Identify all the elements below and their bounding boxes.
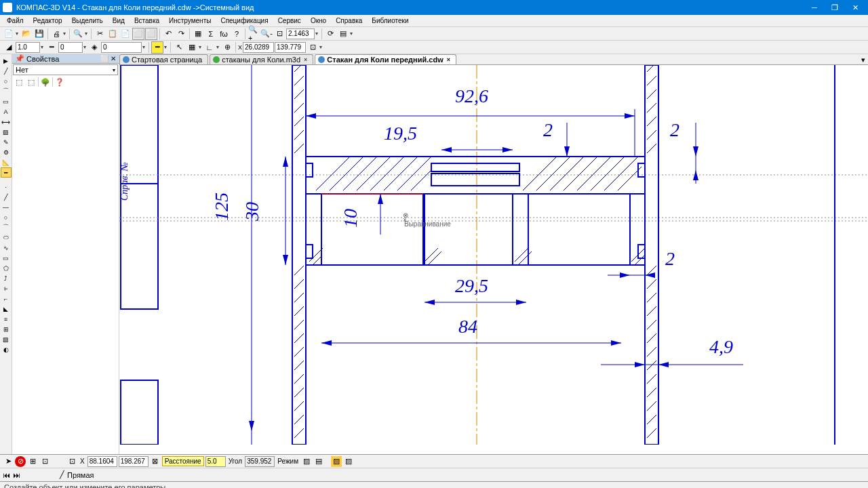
bp-btn4[interactable]: ⊡ bbox=[39, 456, 50, 467]
tool-text[interactable]: A bbox=[1, 106, 12, 117]
menu-window[interactable]: Окно bbox=[307, 16, 330, 25]
tool-line[interactable]: ╱ bbox=[1, 66, 12, 76]
tool-curve[interactable]: ⤴ bbox=[1, 273, 12, 283]
menu-insert[interactable]: Вставка bbox=[130, 16, 163, 25]
mode-btn3[interactable]: ▨ bbox=[331, 456, 342, 467]
linetype-button[interactable]: ━ bbox=[45, 41, 58, 54]
tool-arc[interactable]: ⌒ bbox=[1, 86, 12, 96]
osnap-button[interactable]: ⊕ bbox=[221, 41, 233, 54]
bp-btn3[interactable]: ⊞ bbox=[27, 456, 38, 467]
tool-arc2[interactable]: ⌒ bbox=[1, 222, 12, 232]
tool-construction-active[interactable]: ━ bbox=[1, 167, 12, 178]
stop-button[interactable]: ⊘ bbox=[15, 456, 26, 467]
prop-tool-2[interactable]: ⬚ bbox=[26, 77, 37, 87]
tool-hatch[interactable]: ▨ bbox=[1, 127, 12, 137]
tb-var[interactable]: Σ bbox=[205, 28, 217, 40]
layer-button[interactable]: ◈ bbox=[88, 41, 100, 54]
tool-collect[interactable]: ⊞ bbox=[1, 324, 12, 334]
drawing-canvas[interactable]: Справ. № bbox=[119, 65, 868, 454]
tool-equid[interactable]: ≡ bbox=[1, 314, 12, 324]
zoom-input[interactable] bbox=[286, 28, 315, 39]
close-button[interactable]: ✕ bbox=[845, 0, 865, 15]
properties-combo[interactable]: Нет ▾ bbox=[13, 64, 118, 75]
highlight-button[interactable]: ━ bbox=[151, 41, 163, 54]
copy-button[interactable]: 📋 bbox=[106, 28, 119, 40]
menu-edit[interactable]: Редактор bbox=[29, 16, 66, 25]
tool-rect2[interactable]: ▭ bbox=[1, 253, 12, 263]
redo-button[interactable]: ↷ bbox=[175, 28, 187, 40]
paste-button[interactable]: 📄 bbox=[119, 28, 132, 40]
tool-spline[interactable]: ∿ bbox=[1, 243, 12, 253]
tb-grid[interactable]: ▦ bbox=[192, 28, 204, 40]
properties-button[interactable]: ⬜ bbox=[132, 28, 144, 40]
dist-toggle[interactable]: ⊠ bbox=[150, 456, 161, 467]
tab-start[interactable]: Стартовая страница bbox=[119, 54, 208, 64]
style-button[interactable]: ◢ bbox=[3, 41, 15, 54]
mode-btn1[interactable]: ▨ bbox=[301, 456, 312, 467]
properties-close[interactable]: ⬜ ✕ bbox=[100, 55, 116, 62]
coord-toggle[interactable]: ⊡ bbox=[66, 456, 77, 467]
tab-close-icon[interactable]: × bbox=[447, 56, 450, 63]
zoom-fit-button[interactable]: ⊡ bbox=[273, 28, 285, 40]
coord-lock-button[interactable]: ⊡ bbox=[307, 41, 319, 54]
menu-select[interactable]: Выделить bbox=[68, 16, 107, 25]
prop-tool-4[interactable]: ❓ bbox=[54, 77, 65, 87]
linewidth-input[interactable] bbox=[16, 42, 40, 53]
tool-param[interactable]: ⚙ bbox=[1, 147, 12, 157]
menu-help[interactable]: Справка bbox=[332, 16, 366, 25]
zoom-out-button[interactable]: 🔍- bbox=[260, 28, 273, 40]
ortho-button[interactable]: ∟ bbox=[203, 41, 216, 54]
ok-button[interactable]: ➤ bbox=[3, 456, 14, 467]
tool-dim[interactable]: ⟷ bbox=[1, 117, 12, 127]
tool-circle2[interactable]: ○ bbox=[1, 212, 12, 222]
prop-tool-3[interactable]: 🌳 bbox=[40, 77, 51, 87]
preview-button[interactable]: 🔍 bbox=[72, 28, 84, 40]
bottom-x-input[interactable] bbox=[87, 456, 117, 467]
refresh-button[interactable]: ⟳ bbox=[324, 28, 336, 40]
tab-close-icon[interactable]: × bbox=[304, 56, 307, 63]
menu-tools[interactable]: Инструменты bbox=[165, 16, 215, 25]
save-button[interactable]: 💾 bbox=[33, 28, 45, 40]
tab-dropdown[interactable]: ▾ bbox=[859, 56, 868, 64]
prop-tool-1[interactable]: ⬚ bbox=[14, 77, 24, 87]
tab-model[interactable]: стаканы для Коли.m3d × bbox=[210, 54, 313, 64]
tool-polygon[interactable]: ⬠ bbox=[1, 263, 12, 273]
mode-btn2[interactable]: ▤ bbox=[313, 456, 324, 467]
menu-file[interactable]: Файл bbox=[3, 16, 28, 25]
tool-edit[interactable]: ✎ bbox=[1, 137, 12, 147]
distance-input[interactable] bbox=[205, 456, 226, 467]
tb-fx[interactable]: fω bbox=[218, 28, 230, 40]
grid-button[interactable]: ▦ bbox=[186, 41, 198, 54]
tool-measure[interactable]: 📐 bbox=[1, 157, 12, 167]
tool-aux-line[interactable]: ╱ bbox=[1, 192, 12, 202]
tool-chamfer[interactable]: ◣ bbox=[1, 304, 12, 314]
coord-y-input[interactable] bbox=[275, 42, 306, 53]
tool-rect[interactable]: ▭ bbox=[1, 96, 12, 106]
tool-point[interactable]: · bbox=[1, 182, 12, 192]
mode-btn4[interactable]: ▨ bbox=[343, 456, 354, 467]
menu-view[interactable]: Вид bbox=[108, 16, 129, 25]
offset-input[interactable] bbox=[58, 42, 83, 53]
coord-x-input[interactable] bbox=[243, 42, 274, 53]
properties2-button[interactable]: ⬜ bbox=[145, 28, 157, 40]
open-button[interactable]: 📂 bbox=[20, 28, 33, 40]
layers-button[interactable]: ▤ bbox=[337, 28, 349, 40]
zoom-in-button[interactable]: 🔍+ bbox=[248, 28, 260, 40]
tool-ellipse[interactable]: ⬭ bbox=[1, 232, 12, 243]
nav-last[interactable]: ⏭ bbox=[13, 471, 20, 479]
tool-break[interactable]: ⥼ bbox=[1, 283, 12, 293]
maximize-button[interactable]: ❐ bbox=[825, 0, 845, 15]
new-button[interactable]: 📄 bbox=[3, 28, 15, 40]
tool-hatch2[interactable]: ▨ bbox=[1, 334, 12, 344]
tab-drawing[interactable]: Стакан для Коли передний.cdw × bbox=[315, 54, 456, 64]
bottom-y-input[interactable] bbox=[119, 456, 149, 467]
tool-icon[interactable]: ╱ bbox=[60, 470, 64, 479]
tool-segment[interactable]: — bbox=[1, 202, 12, 212]
tool-select[interactable]: ▶ bbox=[1, 56, 12, 66]
tb-help[interactable]: ? bbox=[231, 28, 243, 40]
minimize-button[interactable]: ─ bbox=[804, 0, 825, 15]
cut-button[interactable]: ✂ bbox=[94, 28, 106, 40]
print-button[interactable]: 🖨 bbox=[50, 28, 62, 40]
menu-spec[interactable]: Спецификация bbox=[216, 16, 272, 25]
tool-fillet[interactable]: ⌐ bbox=[1, 293, 12, 304]
